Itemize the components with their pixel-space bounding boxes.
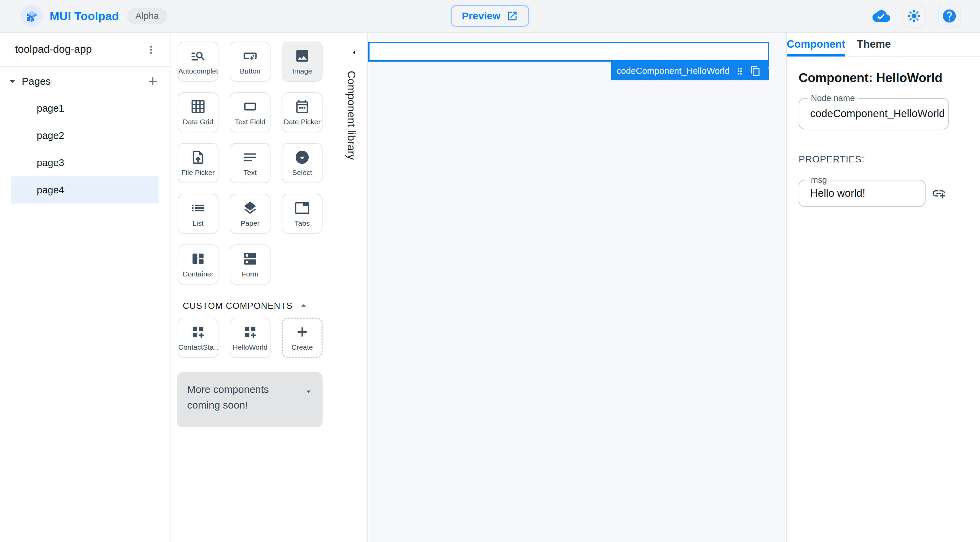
- theme-toggle-button[interactable]: [902, 5, 926, 27]
- component-tile-autocomplete[interactable]: Autocomplete: [178, 41, 218, 82]
- pages-section-label: Pages: [22, 76, 51, 87]
- main-area: toolpad-dog-app Pages page1pag: [0, 33, 980, 542]
- form-icon: [242, 251, 258, 266]
- pages-tree-header: Pages: [0, 67, 170, 95]
- tabs-icon: [294, 200, 310, 216]
- project-menu-button[interactable]: [144, 43, 158, 57]
- component-tile-container[interactable]: Container: [178, 244, 218, 285]
- help-icon: [942, 8, 957, 24]
- file-picker-icon: [190, 150, 206, 165]
- add-page-button[interactable]: [146, 74, 160, 89]
- inspector-panel: Component Theme Component: HelloWorld No…: [786, 33, 980, 542]
- sidebar-page-item-page1[interactable]: page1: [0, 95, 170, 122]
- help-button[interactable]: [938, 5, 961, 27]
- date-picker-icon: [294, 99, 310, 115]
- components-grid: AutocompleteButtonImageData GridText Fie…: [178, 41, 323, 285]
- msg-value[interactable]: Hello world!: [810, 180, 865, 206]
- component-tile-date-picker[interactable]: Date Picker: [282, 92, 323, 132]
- custom-components-label: CUSTOM COMPONENTS: [183, 301, 293, 311]
- arrow-left-icon: [350, 48, 359, 57]
- pages-sidebar: toolpad-dog-app Pages page1pag: [0, 33, 170, 542]
- chevron-down-icon: [303, 386, 314, 397]
- component-tile-image[interactable]: Image: [282, 41, 323, 82]
- mui-toolpad-logo: [21, 5, 43, 27]
- image-icon: [294, 48, 310, 64]
- tab-component[interactable]: Component: [787, 33, 845, 56]
- component-tile-button[interactable]: Button: [230, 41, 270, 82]
- component-tile-list[interactable]: List: [178, 194, 218, 234]
- coming-soon-text: More components coming soon!: [187, 382, 303, 427]
- text-icon: [242, 150, 258, 165]
- project-name: toolpad-dog-app: [15, 43, 92, 56]
- component-tile-tabs[interactable]: Tabs: [282, 194, 323, 234]
- kebab-menu-icon: [145, 43, 157, 56]
- button-icon: [242, 48, 258, 64]
- duplicate-node-button[interactable]: [750, 66, 761, 77]
- paper-icon: [242, 200, 258, 216]
- preview-button[interactable]: Preview: [450, 5, 529, 27]
- plus-icon: [146, 75, 159, 88]
- selected-node-chip: codeComponent_HelloWorld: [611, 62, 769, 80]
- add-link-icon: [931, 186, 946, 201]
- open-in-new-icon: [507, 10, 518, 22]
- msg-field[interactable]: msg Hello world!: [799, 180, 926, 207]
- collapse-library-button[interactable]: [350, 48, 359, 57]
- sidebar-page-item-page3[interactable]: page3: [0, 149, 170, 176]
- drag-handle-icon[interactable]: [735, 66, 745, 76]
- component-tile-contactsta-[interactable]: ContactSta…: [178, 318, 218, 358]
- selected-component-outline[interactable]: [368, 42, 769, 62]
- canvas[interactable]: codeComponent_HelloWorld: [368, 33, 786, 542]
- header-actions: [872, 5, 961, 27]
- pages-list: page1page2page3page4: [0, 95, 170, 204]
- select-icon: [294, 150, 310, 165]
- component-tile-select[interactable]: Select: [282, 143, 323, 183]
- brightness-sun-icon: [907, 9, 921, 23]
- mui-toolpad-app: MUI Toolpad Alpha Preview: [0, 0, 980, 542]
- sidebar-page-item-page4[interactable]: page4: [11, 176, 159, 204]
- component-tile-text[interactable]: Text: [230, 143, 270, 183]
- tab-theme[interactable]: Theme: [845, 33, 902, 56]
- sidebar-page-item-page2[interactable]: page2: [0, 122, 170, 149]
- list-icon: [190, 200, 206, 216]
- container-icon: [190, 251, 206, 266]
- preview-button-label: Preview: [462, 10, 500, 22]
- autocomplete-icon: [190, 48, 206, 64]
- data-grid-icon: [190, 99, 206, 115]
- component-tile-form[interactable]: Form: [230, 244, 270, 285]
- component-library-rail-label: Component library: [345, 71, 357, 160]
- cloud-done-icon: [872, 7, 890, 25]
- delete-node-button[interactable]: [766, 66, 777, 77]
- chevron-up-icon: [298, 300, 309, 311]
- version-badge: Alpha: [127, 8, 167, 24]
- mui-toolpad-logo-icon: [24, 8, 39, 24]
- custom-component-icon: [242, 324, 258, 340]
- app-header: MUI Toolpad Alpha Preview: [0, 0, 980, 33]
- component-tile-helloworld[interactable]: HelloWorld: [230, 318, 270, 358]
- node-name-value[interactable]: codeComponent_HelloWorld: [810, 99, 945, 129]
- component-heading: Component: HelloWorld: [799, 71, 943, 85]
- pages-collapse-caret-icon[interactable]: [6, 75, 18, 88]
- create-component-tile[interactable]: Create: [282, 318, 323, 358]
- component-library-panel: AutocompleteButtonImageData GridText Fie…: [171, 33, 368, 542]
- component-tile-text-field[interactable]: Text Field: [230, 92, 270, 132]
- custom-components-grid: ContactSta…HelloWorldCreate: [178, 318, 323, 358]
- bind-property-button[interactable]: [931, 185, 947, 202]
- properties-section-label: PROPERTIES:: [799, 154, 864, 165]
- add-icon: [294, 324, 310, 340]
- custom-component-icon: [190, 324, 206, 340]
- custom-components-section-header[interactable]: CUSTOM COMPONENTS: [183, 299, 309, 312]
- inspector-tabs: Component Theme: [787, 33, 980, 56]
- coming-soon-banner[interactable]: More components coming soon!: [177, 372, 323, 427]
- component-tile-paper[interactable]: Paper: [230, 194, 270, 234]
- node-name-field[interactable]: Node name codeComponent_HelloWorld: [799, 98, 949, 129]
- component-tile-file-picker[interactable]: File Picker: [178, 143, 218, 183]
- component-tile-data-grid[interactable]: Data Grid: [178, 92, 218, 132]
- selected-node-label: codeComponent_HelloWorld: [617, 66, 730, 76]
- project-row: toolpad-dog-app: [0, 33, 170, 67]
- app-title: MUI Toolpad: [50, 10, 119, 23]
- text-field-icon: [242, 99, 258, 115]
